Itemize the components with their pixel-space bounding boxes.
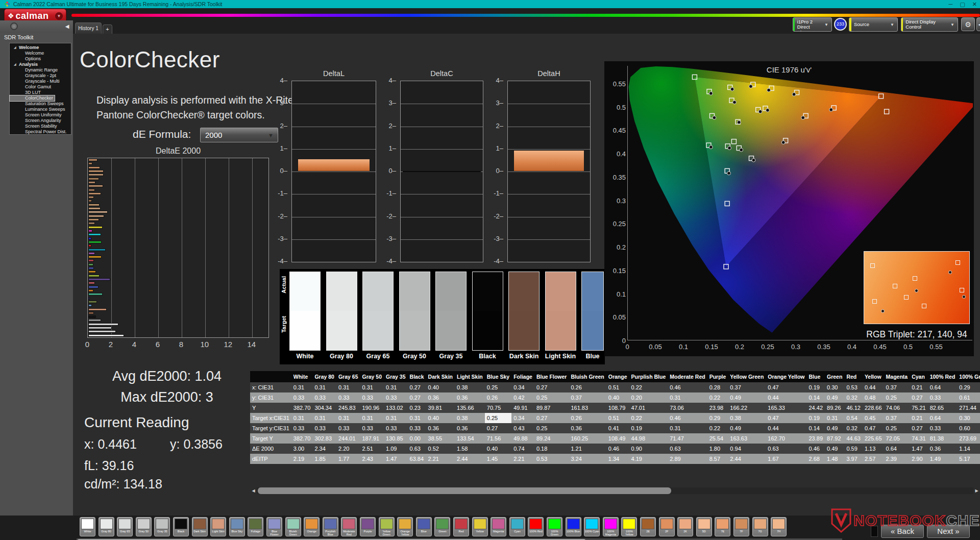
table-cell[interactable]: 225.65 <box>863 433 884 444</box>
scrollbar-thumb[interactable] <box>258 487 671 494</box>
table-cell[interactable]: 0.22 <box>707 423 728 433</box>
table-cell[interactable]: 0.21 <box>910 382 928 392</box>
table-cell[interactable]: 0.46 <box>668 382 707 392</box>
table-cell[interactable]: 0.27 <box>408 382 426 392</box>
table-cell[interactable]: 0.63 <box>668 444 707 454</box>
sidebar-item-color-gamut[interactable]: Color Gamut <box>10 84 71 90</box>
table-cell[interactable]: 0.37 <box>569 392 606 403</box>
patch-button-purplish-blue[interactable]: Purplish Blue <box>323 517 338 536</box>
patch-button-7h[interactable]: 7H <box>771 517 787 536</box>
table-cell[interactable]: 0.33 <box>360 392 384 403</box>
table-cell[interactable]: 0.22 <box>629 413 668 423</box>
table-cell[interactable]: 82.65 <box>928 403 958 413</box>
table-cell[interactable]: 2.44 <box>455 454 485 464</box>
table-cell[interactable]: 2.90 <box>910 454 928 464</box>
patch-button-blue-flower[interactable]: Blue Flower <box>266 517 282 536</box>
table-cell[interactable]: 2.44 <box>728 454 766 464</box>
table-cell[interactable]: 135.66 <box>455 403 485 413</box>
table-cell[interactable]: 0.38 <box>455 413 485 423</box>
patch-button-green[interactable]: Green <box>434 517 450 536</box>
table-cell[interactable]: 0.90 <box>629 444 668 454</box>
table-cell[interactable]: 89.87 <box>534 403 569 413</box>
table-cell[interactable]: 0.22 <box>629 382 668 392</box>
patch-button-cyan[interactable]: Cyan <box>509 517 525 536</box>
table-cell[interactable]: 1.45 <box>485 454 511 464</box>
table-cell[interactable]: 73.06 <box>668 403 707 413</box>
record-icon[interactable] <box>10 22 18 30</box>
sidebar-item-3d-lut[interactable]: 3D LUT <box>10 90 71 95</box>
table-cell[interactable]: 0.36 <box>426 392 455 403</box>
table-cell[interactable]: 49.91 <box>511 403 534 413</box>
table-cell[interactable]: 0.25 <box>485 382 511 392</box>
table-cell[interactable]: 0.60 <box>957 423 980 433</box>
table-cell[interactable]: 0.31 <box>312 413 336 423</box>
display-control-dropdown[interactable]: Direct Display Control ▼ <box>901 17 958 32</box>
table-cell[interactable]: 0.30 <box>957 413 980 423</box>
table-cell[interactable]: 0.25 <box>534 423 569 433</box>
table-cell[interactable]: 0.48 <box>863 392 884 403</box>
table-cell[interactable]: 0.61 <box>957 392 980 403</box>
table-cell[interactable]: 0.64 <box>884 444 910 454</box>
patch-button-100-magenta[interactable]: 100% Magenta <box>603 517 619 536</box>
table-cell[interactable]: 39.81 <box>426 403 455 413</box>
table-cell[interactable]: 0.21 <box>910 413 928 423</box>
table-cell[interactable]: 2.34 <box>312 444 336 454</box>
table-cell[interactable]: 1.85 <box>312 454 336 464</box>
table-cell[interactable]: 0.31 <box>360 382 384 392</box>
table-cell[interactable]: 2.20 <box>336 444 360 454</box>
table-cell[interactable]: 0.37 <box>884 382 910 392</box>
table-cell[interactable]: 0.27 <box>910 392 928 403</box>
swatch-light-skin[interactable] <box>545 272 576 351</box>
patch-button-2f[interactable]: 2F <box>659 517 675 536</box>
table-cell[interactable]: 2.21 <box>511 454 534 464</box>
collapse-panel-icon[interactable]: ◀ <box>976 17 980 31</box>
table-cell[interactable]: 0.63 <box>766 444 806 454</box>
table-cell[interactable]: 0.33 <box>928 392 958 403</box>
swatch-dark-skin[interactable] <box>508 272 540 351</box>
table-cell[interactable]: 71.47 <box>668 433 707 444</box>
table-cell[interactable]: 2.51 <box>360 444 384 454</box>
patch-button-yellow-green[interactable]: Yellow Green <box>379 517 395 536</box>
table-cell[interactable]: 166.22 <box>728 403 766 413</box>
table-cell[interactable]: 46.12 <box>844 403 863 413</box>
table-cell[interactable]: 1.67 <box>766 454 806 464</box>
table-cell[interactable]: 5.17 <box>957 454 980 464</box>
table-cell[interactable]: 273.69 <box>957 433 980 444</box>
patch-button-moderate-red[interactable]: Moderate Red <box>341 517 357 536</box>
table-cell[interactable]: 0.74 <box>511 444 534 454</box>
table-cell[interactable]: 0.27 <box>910 423 928 433</box>
table-cell[interactable]: 0.33 <box>928 423 958 433</box>
table-cell[interactable]: 0.63 <box>408 444 426 454</box>
table-cell[interactable]: 187.91 <box>360 433 384 444</box>
table-cell[interactable]: 0.31 <box>668 392 707 403</box>
table-cell[interactable]: 0.49 <box>825 392 844 403</box>
table-cell[interactable]: 245.83 <box>336 403 360 413</box>
table-cell[interactable]: 244.01 <box>336 433 360 444</box>
table-cell[interactable]: 0.43 <box>511 423 534 433</box>
table-cell[interactable]: 133.02 <box>384 403 408 413</box>
patch-button-gray-80[interactable]: Gray 80 <box>99 517 114 536</box>
table-cell[interactable]: 382.70 <box>291 433 313 444</box>
table-cell[interactable]: 47.01 <box>629 403 668 413</box>
table-cell[interactable]: 0.31 <box>668 423 707 433</box>
minimize-icon[interactable]: ─ <box>949 0 953 8</box>
source-dropdown[interactable]: Source ▼ <box>849 17 898 32</box>
table-cell[interactable]: 0.34 <box>511 413 534 423</box>
table-cell[interactable]: 0.42 <box>511 392 534 403</box>
table-cell[interactable]: 304.34 <box>312 403 336 413</box>
table-cell[interactable]: 0.49 <box>825 423 844 433</box>
patch-button-7f[interactable]: 7F <box>733 517 749 536</box>
table-cell[interactable]: 1.47 <box>384 454 408 464</box>
table-cell[interactable]: 0.33 <box>312 423 336 433</box>
add-tab-button[interactable]: + <box>103 24 112 34</box>
table-cell[interactable]: 0.33 <box>384 423 408 433</box>
table-cell[interactable]: 1.77 <box>336 454 360 464</box>
patch-button-2k[interactable]: 2K <box>677 517 693 536</box>
table-cell[interactable]: 1.14 <box>957 444 980 454</box>
patch-button-bluish-green[interactable]: Bluish Green <box>285 517 301 536</box>
patch-button-magenta[interactable]: Magenta <box>491 517 506 536</box>
table-cell[interactable]: 87.92 <box>825 433 844 444</box>
table-cell[interactable]: 8.57 <box>707 454 728 464</box>
swatch-white[interactable] <box>289 272 321 351</box>
table-cell[interactable]: 0.31 <box>336 382 360 392</box>
